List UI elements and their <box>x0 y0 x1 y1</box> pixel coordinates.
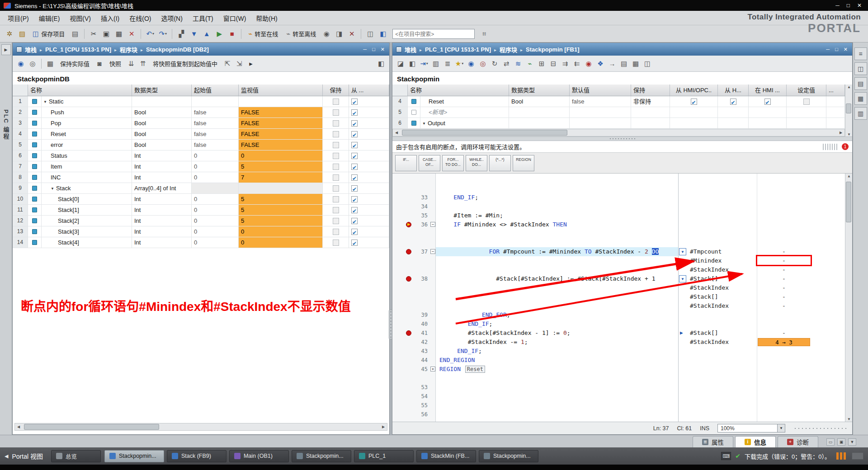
menu-item[interactable]: 视图(V) <box>65 11 96 25</box>
retain-checkbox[interactable] <box>333 229 339 235</box>
cross-reference-icon[interactable]: ✕ <box>346 28 358 40</box>
interface-horizontal-scrollbar[interactable] <box>392 129 845 136</box>
modify-value-dropdown-icon[interactable] <box>679 275 686 282</box>
table-row[interactable]: 14Stack[4]Int00 <box>13 237 389 248</box>
breadcrumb-item[interactable]: 程序块 <box>120 45 137 54</box>
expand-project-tree-button[interactable]: ▶ <box>1 44 11 55</box>
more-commands-icon[interactable]: ▸ <box>245 58 256 69</box>
menu-item[interactable]: 窗口(W) <box>218 11 251 25</box>
accessible-from-checkbox[interactable] <box>351 142 358 148</box>
panel-minimize-button[interactable]: ─ <box>826 47 830 52</box>
scroll-right-icon[interactable] <box>837 131 844 135</box>
breadcrumb-item[interactable]: Stackpopmin [FB1] <box>526 46 579 53</box>
inspector-restore-icon[interactable]: ▭ <box>826 438 835 446</box>
scroll-left-icon[interactable] <box>393 131 400 135</box>
call-environment-icon[interactable]: ❖ <box>595 58 606 69</box>
tab-info[interactable]: i信息 <box>735 436 776 447</box>
snapshot-button[interactable]: 快照 <box>106 57 125 70</box>
table-row[interactable]: 6StatusInt00 <box>13 150 389 161</box>
accessible-from-checkbox[interactable] <box>351 185 358 192</box>
copy-snapshot-down-icon[interactable]: ⇊ <box>126 58 137 69</box>
redo-icon[interactable]: ↷▾ <box>157 28 169 40</box>
accessible-from-checkbox[interactable] <box>351 164 358 170</box>
expand-icon[interactable] <box>43 96 47 107</box>
table-row[interactable]: 10Stack[0]Int05 <box>13 194 389 205</box>
block-interface-icon[interactable]: ▤ <box>618 58 629 69</box>
paste-icon[interactable]: ▦ <box>113 28 125 40</box>
upload-from-device-icon[interactable]: ▲ <box>201 28 212 40</box>
horizontal-split-icon[interactable]: ◫ <box>364 28 376 40</box>
access-checkbox[interactable] <box>764 99 771 105</box>
monitor-values-icon[interactable]: ◉ <box>15 58 26 69</box>
scrollbar-thumb[interactable] <box>24 424 159 430</box>
table-row[interactable]: 4ResetBoolfalseFALSE <box>13 129 389 140</box>
breadcrumb-item[interactable]: 程序块 <box>500 45 517 54</box>
expand-all-icon[interactable]: ⊞ <box>536 58 547 69</box>
retain-checkbox[interactable] <box>333 240 339 246</box>
retain-checkbox[interactable] <box>333 120 339 127</box>
retain-checkbox[interactable] <box>333 142 339 148</box>
start-value-cell[interactable]: 0 <box>192 194 239 204</box>
start-value-cell[interactable] <box>192 96 239 107</box>
snippet-tab[interactable]: REGION <box>513 155 534 171</box>
accessible-from-checkbox[interactable] <box>351 196 358 202</box>
retain-checkbox[interactable] <box>333 185 339 192</box>
scl-code-editor[interactable]: 33 END_IF;3435 #Item := #Min;36− IF #Min… <box>392 174 852 422</box>
testing-panel-icon[interactable]: ▤ <box>854 77 867 90</box>
go-to-icon[interactable]: → <box>607 58 618 69</box>
taskbar-editor-button[interactable]: Stackpopmin... <box>292 450 351 462</box>
accessible-from-checkbox[interactable] <box>351 240 358 246</box>
retain-cell[interactable]: 非保持 <box>631 96 670 107</box>
panel-maximize-button[interactable]: □ <box>372 47 375 52</box>
go-offline-button[interactable]: ⌁转至离线 <box>283 28 320 40</box>
swap-icon[interactable]: ⇄ <box>501 58 512 69</box>
goto-next-icon[interactable]: ⇥▾ <box>419 58 429 69</box>
delete-icon[interactable]: ✕ <box>126 28 137 40</box>
cut-icon[interactable]: ✂ <box>88 28 99 40</box>
add-block-icon[interactable]: ◧ <box>407 58 418 69</box>
scroll-up-icon[interactable] <box>845 85 853 89</box>
scroll-down-icon[interactable] <box>845 417 852 421</box>
start-value-cell[interactable] <box>192 183 239 193</box>
breadcrumb-item[interactable]: 堆栈 <box>25 45 37 54</box>
table-row[interactable]: 5<新增> <box>392 107 845 118</box>
retain-checkbox[interactable] <box>333 207 339 213</box>
accessible-from-checkbox[interactable] <box>351 218 358 224</box>
table-row[interactable]: 13Stack[3]Int00 <box>13 226 389 237</box>
retain-checkbox[interactable] <box>333 109 339 116</box>
update-icon[interactable]: ↻ <box>489 58 500 69</box>
table-row[interactable]: 5errorBoolfalseFALSE <box>13 140 389 150</box>
start-value-cell[interactable]: false <box>192 129 239 139</box>
menu-item[interactable]: 编辑(E) <box>34 11 65 25</box>
access-checkbox[interactable] <box>730 99 736 105</box>
taskbar-editor-button[interactable]: PLC_1 <box>354 450 414 462</box>
start-value-cell[interactable]: 0 <box>192 205 239 215</box>
menu-item[interactable]: 在线(O) <box>124 11 156 25</box>
taskbar-editor-button[interactable]: Stack (FB9) <box>167 450 226 462</box>
undo-icon[interactable]: ↶▾ <box>144 28 156 40</box>
snippet-tab[interactable]: CASE...OF... <box>419 155 440 171</box>
accessible-nodes-icon[interactable]: ⌗ <box>478 28 490 40</box>
new-project-icon[interactable]: ✲ <box>4 28 15 40</box>
interface-code-splitter[interactable] <box>392 136 852 141</box>
zoom-select[interactable]: 100% ▼ <box>717 424 785 432</box>
retain-cell[interactable] <box>631 118 670 128</box>
table-row[interactable]: 2PushBoolfalseFALSE <box>13 107 389 118</box>
panel-close-button[interactable]: ✕ <box>844 47 848 52</box>
network-comments-icon[interactable]: ≣ <box>442 58 453 69</box>
scrollbar-thumb[interactable] <box>846 182 851 222</box>
start-value-cell[interactable]: false <box>192 140 239 150</box>
keep-actual-values-icon[interactable]: ▦ <box>45 58 56 69</box>
start-value-cell[interactable]: false <box>192 107 239 118</box>
favorites-icon[interactable]: ★▾ <box>454 58 465 69</box>
download-to-device-icon[interactable]: ▼ <box>188 28 200 40</box>
inspector-collapse-icon[interactable]: ▼ <box>848 438 856 446</box>
insert-network-icon[interactable]: ◪ <box>395 58 406 69</box>
retain-cell[interactable] <box>631 107 670 118</box>
start-value-cell[interactable]: 0 <box>192 237 239 248</box>
online-diagnostics-icon[interactable]: ◉ <box>321 28 332 40</box>
save-project-button[interactable]: ◫保存项目 <box>29 28 68 40</box>
keep-actual-values-button[interactable]: 保持实际值 <box>57 57 93 70</box>
accessible-from-checkbox[interactable] <box>351 229 358 235</box>
sidebar-menu-icon[interactable]: ≡ <box>854 47 867 60</box>
